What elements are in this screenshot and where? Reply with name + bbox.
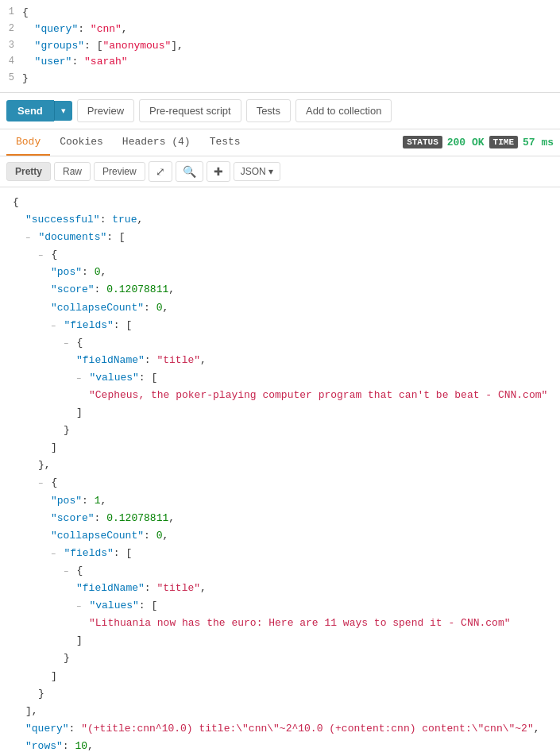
json-line: "fieldName": "title", (13, 352, 547, 369)
search-icon-button[interactable]: 🔍 (176, 161, 203, 182)
json-line: ] (13, 439, 547, 457)
json-line: "successful": true, (13, 211, 547, 229)
json-line: } (13, 422, 547, 439)
json-line: ] (13, 404, 547, 422)
line-content: "query": "cnn", (22, 21, 557, 38)
preview-button[interactable]: Preview (77, 99, 134, 122)
json-line: "pos": 0, (13, 264, 547, 281)
line-number: 2 (3, 21, 22, 37)
json-line: } (13, 685, 547, 703)
time-value: 57 ms (523, 137, 554, 148)
json-line: – { (13, 474, 547, 492)
json-line: "collapseCount": 0, (13, 527, 547, 545)
json-line: ] (13, 668, 547, 685)
toolbar: Send ▾ Preview Pre-request script Tests … (0, 93, 560, 129)
json-line: – { (13, 246, 547, 264)
code-line-4: 4 "user": "sarah" (0, 54, 560, 71)
line-content: { (22, 5, 557, 21)
format-icon: ✚ (214, 165, 223, 178)
json-line: "Cepheus, the poker-playing computer pro… (13, 387, 547, 404)
json-line: – "fields": [ (13, 317, 547, 334)
json-dropdown-button[interactable]: JSON ▾ (234, 162, 280, 181)
json-line: – "values": [ (13, 369, 547, 387)
code-line-1: 1 { (0, 5, 560, 21)
json-line: "query": "(+title:cnn^10.0) title:\"cnn\… (13, 720, 547, 738)
tab-body[interactable]: Body (6, 129, 50, 156)
tab-tests[interactable]: Tests (200, 129, 250, 156)
status-value: 200 OK (447, 137, 485, 148)
expand-icon: ⤢ (156, 165, 165, 178)
json-response: { "successful": true, – "documents": [ –… (0, 187, 560, 752)
json-line: } (13, 650, 547, 667)
json-line: "score": 0.12078811, (13, 281, 547, 299)
send-button[interactable]: Send (6, 100, 54, 121)
code-line-2: 2 "query": "cnn", (0, 21, 560, 38)
line-content: "user": "sarah" (22, 54, 557, 71)
json-line: – "documents": [ (13, 229, 547, 246)
json-line: "score": 0.12078811, (13, 510, 547, 527)
line-number: 5 (3, 71, 22, 86)
json-line: ] (13, 632, 547, 650)
code-editor: 1 { 2 "query": "cnn", 3 "groups": ["anon… (0, 0, 560, 93)
line-content: } (22, 71, 557, 87)
json-line: "collapseCount": 0, (13, 299, 547, 317)
preview-format-button[interactable]: Preview (94, 162, 145, 181)
json-line: – "values": [ (13, 597, 547, 615)
line-number: 3 (3, 38, 22, 53)
code-line-3: 3 "groups": ["anonymous"], (0, 38, 560, 55)
add-to-collection-button[interactable]: Add to collection (295, 99, 392, 122)
response-tabs: Body Cookies Headers (4) Tests STATUS 20… (0, 129, 560, 156)
json-line: – { (13, 562, 547, 580)
json-line: "fieldName": "title", (13, 580, 547, 597)
code-line-5: 5 } (0, 71, 560, 87)
json-line: ], (13, 703, 547, 720)
json-line: "Lithuania now has the euro: Here are 11… (13, 615, 547, 632)
send-dropdown-button[interactable]: ▾ (54, 101, 72, 121)
status-group: STATUS 200 OK TIME 57 ms (403, 136, 554, 148)
json-line: – { (13, 334, 547, 352)
json-line: "pos": 1, (13, 492, 547, 510)
json-line: }, (13, 457, 547, 474)
search-icon: 🔍 (183, 165, 196, 178)
line-content: "groups": ["anonymous"], (22, 38, 557, 55)
tab-cookies[interactable]: Cookies (50, 129, 113, 156)
format-icon-button[interactable]: ✚ (207, 161, 230, 182)
pretty-button[interactable]: Pretty (6, 162, 51, 181)
json-line: { (13, 194, 547, 211)
format-toolbar: Pretty Raw Preview ⤢ 🔍 ✚ JSON ▾ (0, 156, 560, 187)
json-line: "rows": 10, (13, 738, 547, 752)
send-button-group: Send ▾ (6, 100, 72, 121)
tab-headers[interactable]: Headers (4) (113, 129, 200, 156)
time-label: TIME (489, 136, 518, 148)
expand-icon-button[interactable]: ⤢ (149, 161, 172, 182)
line-number: 1 (3, 5, 22, 20)
line-number: 4 (3, 54, 22, 69)
tests-button[interactable]: Tests (246, 99, 291, 122)
raw-button[interactable]: Raw (54, 162, 91, 181)
json-line: – "fields": [ (13, 545, 547, 562)
prerequest-button[interactable]: Pre-request script (139, 99, 241, 122)
status-label: STATUS (403, 136, 442, 148)
